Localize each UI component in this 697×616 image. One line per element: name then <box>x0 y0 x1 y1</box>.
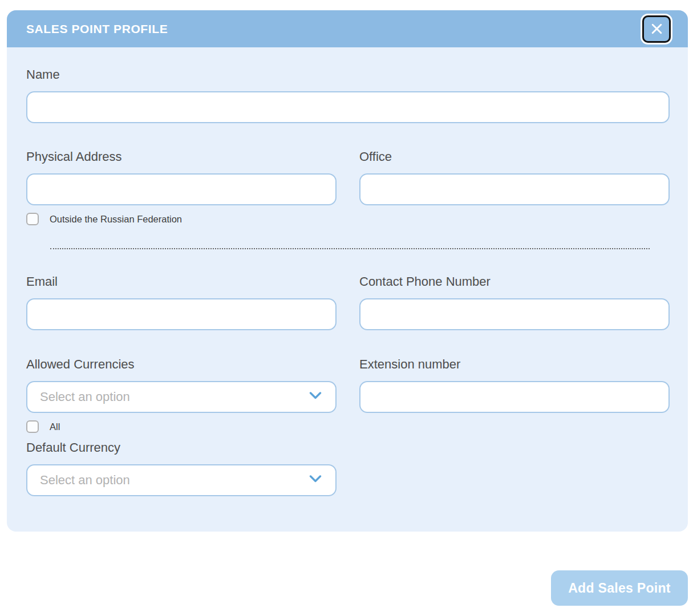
allowed-currencies-label: Allowed Currencies <box>26 357 337 372</box>
add-sales-point-button[interactable]: Add Sales Point <box>551 570 688 606</box>
physical-address-label: Physical Address <box>26 149 337 164</box>
default-currency-select[interactable]: Select an option <box>26 464 337 496</box>
outside-rf-checkbox[interactable] <box>26 213 39 225</box>
all-currencies-checkbox[interactable] <box>26 420 39 433</box>
contact-phone-group: Contact Phone Number <box>359 274 670 330</box>
extension-number-input[interactable] <box>359 381 670 413</box>
name-label: Name <box>26 67 670 82</box>
default-currency-label: Default Currency <box>26 440 337 455</box>
extension-number-label: Extension number <box>359 357 670 372</box>
name-input[interactable] <box>26 91 670 123</box>
email-group: Email <box>26 274 337 330</box>
page-background: SALES POINT PROFILE Name Physical Addres… <box>0 0 697 616</box>
allowed-currencies-select[interactable]: Select an option <box>26 381 337 413</box>
all-currencies-label: All <box>50 422 60 432</box>
office-group: Office <box>359 149 670 225</box>
contact-phone-label: Contact Phone Number <box>359 274 670 289</box>
sales-point-profile-modal: SALES POINT PROFILE Name Physical Addres… <box>7 10 688 532</box>
physical-address-input[interactable] <box>26 173 337 205</box>
office-input[interactable] <box>359 173 670 205</box>
outside-rf-label: Outside the Russian Federation <box>50 214 182 225</box>
email-label: Email <box>26 274 337 289</box>
chevron-down-icon <box>309 475 322 485</box>
all-checkbox-row: All <box>26 420 337 433</box>
section-divider <box>50 248 650 249</box>
outside-rf-checkbox-row: Outside the Russian Federation <box>26 213 337 225</box>
currencies-group: Allowed Currencies Select an option All <box>26 357 337 496</box>
modal-title: SALES POINT PROFILE <box>26 22 168 36</box>
physical-address-group: Physical Address Outside the Russian Fed… <box>26 149 337 225</box>
close-button[interactable] <box>642 15 671 43</box>
email-input[interactable] <box>26 298 337 330</box>
extension-group: Extension number <box>359 357 670 496</box>
chevron-down-icon <box>309 392 322 402</box>
close-icon <box>649 21 664 37</box>
office-label: Office <box>359 149 670 164</box>
modal-header: SALES POINT PROFILE <box>7 10 688 47</box>
contact-phone-input[interactable] <box>359 298 670 330</box>
modal-body: Name Physical Address Outside the Russia… <box>7 67 688 496</box>
allowed-currencies-value: Select an option <box>40 390 130 404</box>
default-currency-value: Select an option <box>40 473 130 488</box>
